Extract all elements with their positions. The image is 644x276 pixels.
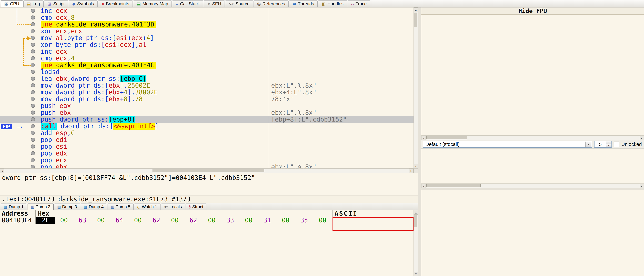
tab-seh[interactable]: ∞SEH xyxy=(204,0,225,7)
disasm-row[interactable]: call dword ptr ds:[<&swprintf>] xyxy=(0,123,414,130)
scroll-thumb[interactable] xyxy=(152,169,264,172)
tab-dump-1[interactable]: ▦Dump 1 xyxy=(1,204,27,210)
hex-byte[interactable]: 00 xyxy=(166,217,184,224)
tab-memory-map[interactable]: ▤Memory Map xyxy=(133,0,172,7)
disasm-row[interactable]: mov dword ptr ds:[ebx+4],38002Eebx+4:L".… xyxy=(0,89,414,96)
disasm-row[interactable]: pop edi xyxy=(0,136,414,143)
breakpoint-dot[interactable] xyxy=(31,131,35,135)
scroll-down-icon[interactable]: ▼ xyxy=(414,271,418,276)
hex-byte[interactable]: 00 xyxy=(202,217,221,224)
hex-byte[interactable]: 2E xyxy=(36,217,55,224)
breakpoint-dot[interactable] xyxy=(31,158,35,162)
scroll-left-icon[interactable]: ◄ xyxy=(421,184,426,188)
unlock-checkbox[interactable] xyxy=(614,142,619,147)
disasm-row[interactable]: pop ecx xyxy=(0,157,414,164)
disasm-row[interactable]: push eax xyxy=(0,102,414,109)
tab-cpu[interactable]: ▦CPU xyxy=(1,0,23,7)
hex-byte[interactable]: 62 xyxy=(147,217,166,224)
arguments-horizontal-scrollbar[interactable]: ◄ ► xyxy=(421,184,644,188)
disasm-row[interactable]: add esp,C xyxy=(0,130,414,136)
disasm-row[interactable]: mov dword ptr ds:[ebx],25002Eebx:L".%.8x… xyxy=(0,82,414,89)
hex-byte[interactable]: 35 xyxy=(295,217,313,224)
disasm-row[interactable]: mov al,byte ptr ds:[esi+ecx+4] xyxy=(0,35,414,41)
registers-panel[interactable]: Hide FPU ◄ ► xyxy=(421,8,644,140)
breakpoint-dot[interactable] xyxy=(31,110,35,114)
breakpoint-dot[interactable] xyxy=(31,124,35,128)
scroll-left-icon[interactable]: ◄ xyxy=(0,169,4,173)
disasm-row[interactable]: lodsd xyxy=(0,69,414,75)
tab-struct[interactable]: §Struct xyxy=(186,204,206,210)
disasm-row[interactable]: pop esi xyxy=(0,143,414,150)
disasm-row[interactable]: push ebxebx:L".%.8x" xyxy=(0,109,414,116)
breakpoint-dot[interactable] xyxy=(31,16,35,20)
hex-dump-panel[interactable]: Address Hex ASCII 004103E42E006300640062… xyxy=(0,210,418,276)
hex-byte[interactable]: 63 xyxy=(73,217,92,224)
vertical-splitter[interactable] xyxy=(418,8,421,276)
breakpoint-dot[interactable] xyxy=(31,49,35,53)
hex-byte[interactable]: 00 xyxy=(240,217,258,224)
disasm-row[interactable]: lea ebx,dword ptr ss:[ebp-C] xyxy=(0,75,414,82)
disasm-row[interactable]: pop edx xyxy=(0,150,414,157)
scroll-thumb[interactable] xyxy=(426,136,467,139)
disasm-row[interactable]: xor byte ptr ds:[esi+ecx],al xyxy=(0,41,414,48)
tab-threads[interactable]: ⇉Threads xyxy=(289,0,318,7)
tab-call-stack[interactable]: ≡Call Stack xyxy=(172,0,203,7)
breakpoint-dot[interactable] xyxy=(31,29,35,33)
tab-symbols[interactable]: ◆Symbols xyxy=(69,0,98,7)
hex-byte[interactable]: 00 xyxy=(313,217,332,224)
hex-byte[interactable]: 00 xyxy=(55,217,73,224)
breakpoint-dot[interactable] xyxy=(31,9,35,13)
breakpoint-dot[interactable] xyxy=(31,151,35,155)
disasm-row[interactable]: jne darkside_ransomware.401F3D xyxy=(0,21,414,28)
disasm-row[interactable]: cmp ecx,4 xyxy=(0,55,414,62)
tab-breakpoints[interactable]: ●Breakpoints xyxy=(98,0,133,7)
tab-dump-4[interactable]: ▦Dump 4 xyxy=(81,204,107,210)
dump-vertical-scrollbar[interactable]: ▲ ▼ xyxy=(414,210,418,276)
scroll-right-icon[interactable]: ► xyxy=(640,136,644,140)
breakpoint-dot[interactable] xyxy=(31,63,35,67)
hex-byte[interactable]: 64 xyxy=(110,217,129,224)
hex-byte[interactable]: 62 xyxy=(184,217,202,224)
tab-locals[interactable]: x=Locals xyxy=(161,204,185,210)
disassembly-panel[interactable]: inc ecxcmp ecx,8jne darkside_ransomware.… xyxy=(0,8,418,173)
tab-references[interactable]: ◎References xyxy=(254,0,288,7)
scroll-thumb[interactable] xyxy=(414,13,418,27)
spin-up-icon[interactable]: ▲ xyxy=(606,141,612,144)
hex-byte[interactable]: 33 xyxy=(221,217,240,224)
hex-byte[interactable]: 00 xyxy=(276,217,295,224)
hex-byte[interactable]: 00 xyxy=(92,217,110,224)
dump-row[interactable]: 004103E42E006300640062006200330031003500 xyxy=(0,217,414,224)
breakpoint-dot[interactable] xyxy=(31,83,35,87)
disasm-row[interactable]: xor ecx,ecx xyxy=(0,28,414,35)
tab-source[interactable]: <>Source xyxy=(225,0,253,7)
breakpoint-dot[interactable] xyxy=(31,70,35,74)
disasm-row[interactable]: inc ecx xyxy=(0,48,414,55)
scroll-right-icon[interactable]: ► xyxy=(409,169,414,173)
disasm-row[interactable]: jne darkside_ransomware.401F4C xyxy=(0,62,414,69)
tab-dump-3[interactable]: ▦Dump 3 xyxy=(54,204,80,210)
chevron-down-icon[interactable]: ▼ xyxy=(585,142,592,147)
breakpoint-dot[interactable] xyxy=(31,77,35,81)
tab-watch-1[interactable]: ◷Watch 1 xyxy=(134,204,160,210)
hex-byte[interactable]: 31 xyxy=(258,217,276,224)
tab-trace[interactable]: ∴Trace xyxy=(348,0,370,7)
horizontal-splitter[interactable] xyxy=(421,188,644,190)
argument-count-stepper[interactable]: 5 ▲ ▼ xyxy=(594,141,612,148)
disasm-vertical-scrollbar[interactable]: ▲ ▼ xyxy=(414,8,418,168)
breakpoint-dot[interactable] xyxy=(31,97,35,101)
scroll-left-icon[interactable]: ◄ xyxy=(421,136,426,140)
calling-convention-select[interactable]: Default (stdcall) ▼ xyxy=(423,141,592,148)
breakpoint-dot[interactable] xyxy=(31,56,35,60)
disasm-horizontal-scrollbar[interactable]: ◄ ► xyxy=(0,168,414,173)
spin-down-icon[interactable]: ▼ xyxy=(606,144,612,147)
breakpoint-dot[interactable] xyxy=(31,138,35,142)
hex-byte[interactable]: 00 xyxy=(129,217,147,224)
tab-log[interactable]: ▤Log xyxy=(24,0,44,7)
tab-script[interactable]: ▨Script xyxy=(44,0,68,7)
scroll-right-icon[interactable]: ► xyxy=(640,184,644,188)
disasm-row[interactable]: mov dword ptr ds:[ebx+8],7878:'x' xyxy=(0,96,414,102)
breakpoint-dot[interactable] xyxy=(31,117,35,121)
tab-handles[interactable]: ◧Handles xyxy=(318,0,347,7)
arguments-list[interactable] xyxy=(421,149,644,184)
breakpoint-dot[interactable] xyxy=(31,90,35,94)
